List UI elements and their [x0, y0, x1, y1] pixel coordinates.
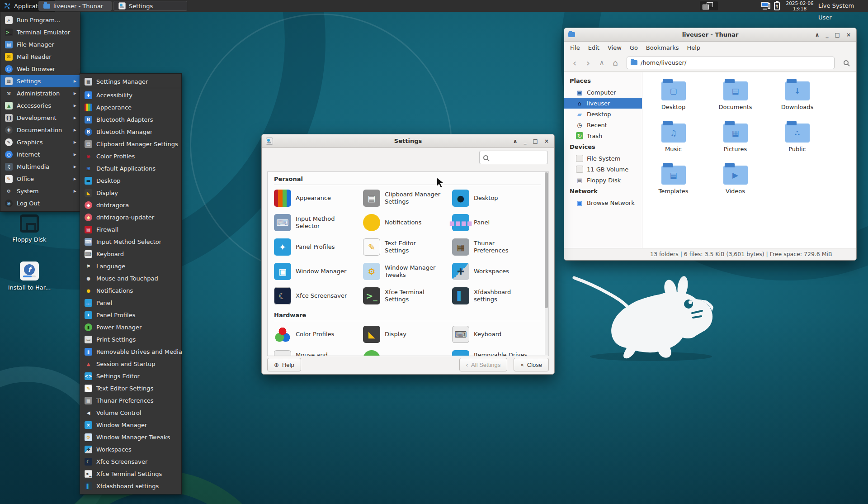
submenu-item[interactable]: ▮ Power Manager	[80, 321, 181, 333]
scrollbar-thumb[interactable]	[545, 172, 548, 308]
settings-tile[interactable]: ✎ Text Editor Settings	[363, 235, 452, 259]
submenu-item[interactable]: ● Notifications	[80, 285, 181, 297]
network-tray-icon[interactable]	[761, 2, 770, 10]
settings-tile[interactable]: Notifications	[363, 210, 452, 235]
submenu-item[interactable]: ▤ Firewall	[80, 223, 181, 236]
menu-item[interactable]: ✚ Documentation ▶	[0, 124, 80, 136]
close-button[interactable]: × Close	[514, 358, 549, 371]
folder-item[interactable]: ↓ Downloads	[766, 78, 828, 120]
desktop-icon-installer[interactable]: f Install to Har...	[4, 262, 55, 291]
submenu-item[interactable]: ☾ Xfce Screensaver	[80, 456, 181, 468]
settings-tile[interactable]: ⌨ Input Method Selector	[274, 210, 363, 235]
menubar-item[interactable]: Go	[626, 42, 642, 54]
submenu-item[interactable]: ▌ Xfdashboard settings	[80, 480, 181, 492]
home-button[interactable]: ⌂	[609, 57, 621, 69]
submenu-item[interactable]: ▬ Desktop	[80, 175, 181, 187]
sidebar-item[interactable]: 11 GB Volume	[564, 164, 642, 175]
settings-tile[interactable]: >_ Xfce Terminal Settings	[363, 284, 452, 308]
settings-tile[interactable]: ✚ Workspaces	[452, 259, 541, 284]
submenu-item[interactable]: ✚ Accessibility	[80, 89, 181, 101]
desktop-icon-floppy[interactable]: Floppy Disk	[4, 214, 55, 243]
folder-item[interactable]: ▤ Documents	[704, 78, 766, 120]
close-button[interactable]: ×	[544, 138, 549, 144]
folder-item[interactable]: ▶ Videos	[704, 162, 766, 204]
submenu-item[interactable]: ▮ Removable Drives and Media	[80, 346, 181, 358]
submenu-item[interactable]: ◣ Display	[80, 187, 181, 199]
settings-tile[interactable]: ▤ Clipboard Manager Settings	[363, 186, 452, 210]
submenu-item[interactable]: >_ Xfce Terminal Settings	[80, 468, 181, 480]
search-button[interactable]	[840, 57, 852, 69]
settings-tile[interactable]: Color Profiles	[274, 322, 363, 347]
menubar-item[interactable]: View	[604, 42, 626, 54]
menu-item[interactable]: >_ Terminal Emulator	[0, 26, 80, 38]
menu-item[interactable]: ⚙ System ▶	[0, 185, 80, 197]
settings-search-box[interactable]	[479, 151, 548, 164]
menu-item[interactable]: ◉ Log Out	[0, 197, 80, 209]
close-button[interactable]: ×	[846, 32, 851, 38]
menu-item[interactable]: ▦ Settings ▶	[0, 75, 80, 87]
search-input[interactable]	[491, 154, 536, 161]
menubar-item[interactable]: Bookmarks	[642, 42, 683, 54]
menu-item[interactable]: {} Development ▶	[0, 112, 80, 124]
back-button[interactable]: ‹	[569, 57, 580, 69]
maximize-button[interactable]: □	[533, 138, 538, 144]
menu-item[interactable]: ♫ Multimedia ▶	[0, 161, 80, 173]
sidebar-item[interactable]: ◷ Recent	[564, 119, 642, 130]
submenu-item[interactable]: ▦ Thunar Preferences	[80, 395, 181, 407]
menu-item[interactable]: ✉ Mail Reader	[0, 51, 80, 63]
menubar-item[interactable]: File	[566, 42, 584, 54]
maximize-button[interactable]: □	[835, 32, 840, 38]
battery-tray-icon[interactable]: ↯	[774, 2, 780, 10]
submenu-item[interactable]: B Bluetooth Adapters	[80, 114, 181, 126]
up-button[interactable]: ∧	[596, 57, 608, 69]
submenu-item[interactable]: B Bluetooth Manager	[80, 126, 181, 138]
settings-titlebar[interactable]: Settings ∧ _ □ ×	[262, 134, 554, 148]
submenu-item[interactable]: Appearance	[80, 101, 181, 114]
settings-tile[interactable]: ▌ Xfdashboard settings	[452, 284, 541, 308]
help-button[interactable]: ⊕ Help	[267, 358, 301, 371]
minimize-button[interactable]: _	[826, 32, 829, 38]
all-settings-button[interactable]: ‹ All Settings	[459, 358, 507, 371]
sidebar-item[interactable]: ▣ Browse Network	[564, 197, 642, 208]
forward-button[interactable]: ›	[582, 57, 594, 69]
submenu-item[interactable]: ⌨ Keyboard	[80, 248, 181, 260]
menu-item[interactable]: ⌕ Run Program...	[0, 14, 80, 26]
settings-tile[interactable]: ▮ Mouse and Touchpad	[274, 347, 363, 356]
submenu-item[interactable]: ▤ Clipboard Manager Settings	[80, 138, 181, 150]
taskbar-button-settings[interactable]: Settings	[113, 1, 187, 11]
settings-tile[interactable]: Appearance	[274, 186, 363, 210]
menu-item[interactable]: ○ Web Browser	[0, 63, 80, 75]
submenu-item[interactable]: ▲ Session and Startup	[80, 358, 181, 370]
submenu-item[interactable]: × Window Manager	[80, 419, 181, 431]
folder-item[interactable]: ∴ Public	[766, 120, 828, 162]
sidebar-item[interactable]: ▣ Floppy Disk	[564, 175, 642, 185]
shade-button[interactable]: ∧	[815, 32, 820, 38]
submenu-item[interactable]: ◆ dnfdragora-updater	[80, 211, 181, 223]
submenu-item[interactable]: ⚙ Window Manager Tweaks	[80, 431, 181, 443]
menu-item[interactable]: ⚒ Administration ▶	[0, 87, 80, 100]
submenu-item[interactable]: ⊞ Default Applications	[80, 162, 181, 175]
settings-tile[interactable]: ▪▪▪▪ Panel	[452, 210, 541, 235]
folder-item[interactable]: ▢ Desktop	[642, 78, 704, 120]
minimize-button[interactable]: _	[524, 138, 527, 144]
menu-item[interactable]: ✎ Office ▶	[0, 173, 80, 185]
workspace-pager[interactable]	[700, 1, 718, 10]
menu-item[interactable]: ▤ File Manager	[0, 38, 80, 51]
submenu-item[interactable]: ● Mouse and Touchpad	[80, 272, 181, 285]
sidebar-item[interactable]: ↻ Trash	[564, 130, 642, 141]
settings-tile[interactable]: ● Power Manager	[363, 347, 452, 356]
submenu-item[interactable]: ◉ Color Profiles	[80, 150, 181, 162]
settings-tile[interactable]: ▦ Thunar Preferences	[452, 235, 541, 259]
menubar-item[interactable]: Help	[683, 42, 704, 54]
submenu-item[interactable]: ✦ Panel Profiles	[80, 309, 181, 321]
thunar-file-view[interactable]: ▢ Desktop ▤ Documents ↓ Downloads ♫	[642, 72, 856, 248]
settings-tile[interactable]: ⚙ Window Manager Tweaks	[363, 259, 452, 284]
sidebar-item[interactable]: File System	[564, 153, 642, 164]
submenu-item[interactable]: ▦ Settings Manager	[80, 76, 181, 88]
submenu-item[interactable]: ◀ Volume Control	[80, 407, 181, 419]
settings-tile[interactable]: ● Desktop	[452, 186, 541, 210]
workspace-1[interactable]	[703, 5, 709, 10]
submenu-item[interactable]: <> Settings Editor	[80, 370, 181, 382]
submenu-item[interactable]: ⌨ Input Method Selector	[80, 236, 181, 248]
taskbar-button-thunar[interactable]: liveuser - Thunar	[38, 1, 112, 11]
